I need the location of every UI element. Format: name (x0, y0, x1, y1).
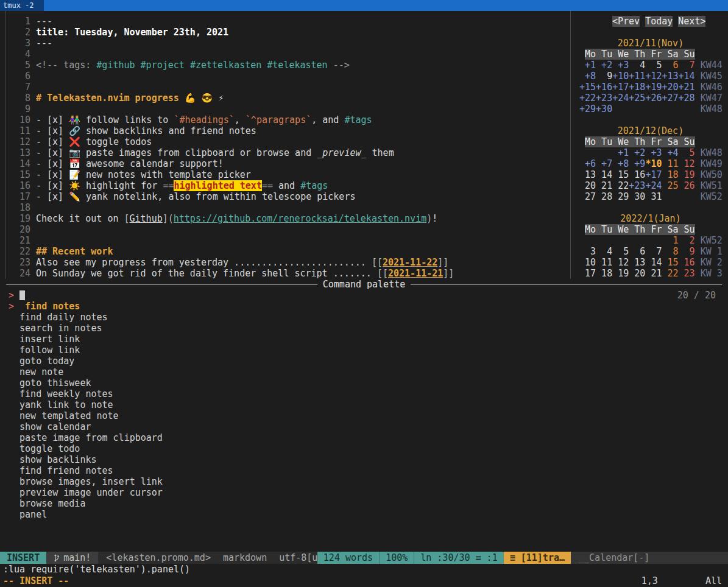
palette-prompt-input[interactable]: > 20 / 20 (0, 290, 728, 301)
palette-item[interactable]: yank link to note (0, 399, 728, 410)
calendar-day[interactable]: +23 (629, 180, 645, 191)
palette-item[interactable]: show calendar (0, 421, 728, 432)
calendar-day[interactable]: 23 (679, 268, 695, 279)
calendar-day[interactable]: 12 (612, 257, 629, 268)
calendar-day[interactable]: 31 (645, 191, 662, 202)
palette-item[interactable]: find friend notes (0, 465, 728, 476)
calendar-day[interactable]: +8 (579, 71, 596, 82)
calendar-day[interactable]: 21 (645, 268, 662, 279)
calendar-day[interactable]: 19 (612, 268, 629, 279)
calendar-day[interactable]: +19 (645, 82, 662, 93)
calendar-day[interactable]: 9 (679, 246, 695, 257)
calendar-day[interactable]: 5 (612, 246, 629, 257)
calendar-day[interactable]: 9 (596, 71, 612, 82)
calendar-day[interactable]: 12 (679, 158, 695, 169)
calendar-day[interactable]: +8 (612, 158, 629, 169)
calendar-day[interactable]: +9 (629, 158, 645, 169)
calendar-day[interactable]: +2 (596, 60, 612, 71)
calendar-day[interactable]: 30 (629, 191, 645, 202)
calendar-day[interactable]: 15 (662, 257, 678, 268)
calendar-day[interactable]: 7 (645, 246, 662, 257)
wiki-link[interactable]: 2021-11-21 (388, 268, 443, 279)
calendar-day[interactable]: +7 (596, 158, 612, 169)
palette-item[interactable]: find daily notes (0, 312, 728, 323)
calendar-day[interactable]: +6 (579, 158, 596, 169)
calendar-day[interactable]: +1 (579, 60, 596, 71)
palette-item-selected[interactable]: > find notes (0, 301, 728, 312)
calendar-day[interactable]: +20 (662, 82, 678, 93)
calendar-day[interactable]: +14 (679, 71, 695, 82)
palette-item[interactable]: new templated note (0, 410, 728, 421)
calendar-day[interactable]: +24 (645, 180, 662, 191)
calendar-day[interactable]: 8 (662, 246, 678, 257)
calendar-day[interactable]: 20 (579, 180, 596, 191)
calendar-day[interactable]: +16 (596, 82, 612, 93)
calendar-day[interactable]: +2 (629, 147, 645, 158)
palette-item[interactable]: browse images, insert link (0, 476, 728, 487)
palette-item[interactable]: search in notes (0, 323, 728, 334)
calendar-day[interactable]: +13 (662, 71, 678, 82)
wiki-link[interactable]: 2021-11-22 (383, 257, 437, 268)
palette-item[interactable]: insert link (0, 334, 728, 345)
calendar-day[interactable]: 28 (596, 191, 612, 202)
calendar-day[interactable]: +29 (579, 104, 596, 114)
palette-item[interactable]: show backlinks (0, 454, 728, 465)
calendar-today-button[interactable]: Today (645, 16, 673, 27)
calendar-day[interactable]: 2 (679, 235, 695, 246)
calendar-day[interactable]: 11 (662, 158, 678, 169)
calendar-day[interactable]: 13 (629, 257, 645, 268)
calendar-day[interactable]: 18 (596, 268, 612, 279)
palette-item[interactable]: goto thisweek (0, 378, 728, 388)
calendar-day[interactable]: 16 (629, 169, 645, 180)
calendar-day[interactable]: 11 (596, 257, 612, 268)
calendar-day[interactable]: 5 (645, 60, 662, 71)
calendar-prev-button[interactable]: <Prev (612, 16, 640, 27)
palette-item[interactable]: preview image under cursor (0, 487, 728, 498)
calendar-day[interactable]: 13 (579, 169, 596, 180)
palette-item[interactable]: follow link (0, 345, 728, 356)
calendar-day[interactable]: 19 (679, 169, 695, 180)
calendar-day[interactable]: 25 (662, 180, 678, 191)
palette-item[interactable]: goto today (0, 356, 728, 367)
calendar-day[interactable]: 21 (596, 180, 612, 191)
calendar-day[interactable]: +22 (579, 93, 596, 104)
tabline-indicator[interactable]: ≡ [11]tra… (504, 552, 571, 564)
calendar-day[interactable]: +26 (645, 93, 662, 104)
calendar-day[interactable]: 29 (612, 191, 629, 202)
calendar-day[interactable]: +12 (645, 71, 662, 82)
calendar-day[interactable]: 1 (662, 235, 678, 246)
calendar-day[interactable]: +17 (645, 169, 662, 180)
calendar-day[interactable]: +10 (612, 71, 629, 82)
calendar-day[interactable]: 27 (579, 191, 596, 202)
editor-window[interactable]: 1---2title: Tuesday, November 23th, 2021… (5, 11, 570, 279)
calendar-day[interactable]: 6 (629, 246, 645, 257)
calendar-day[interactable]: +11 (629, 71, 645, 82)
palette-item[interactable]: paste image from clipboard (0, 432, 728, 443)
palette-item[interactable]: new note (0, 367, 728, 378)
calendar-day[interactable]: +25 (629, 93, 645, 104)
calendar-day[interactable]: 17 (579, 268, 596, 279)
calendar-day[interactable]: +3 (612, 60, 629, 71)
calendar-day[interactable]: +21 (679, 82, 695, 93)
calendar-day[interactable]: 22 (612, 180, 629, 191)
calendar-day[interactable]: +1 (612, 147, 629, 158)
calendar-day[interactable]: 22 (662, 268, 678, 279)
calendar-day[interactable]: *10 (645, 158, 662, 169)
vim-command-line[interactable]: :lua require('telekasten').panel() (0, 564, 728, 575)
url-link[interactable]: https://github.com/renerocksai/telekaste… (174, 213, 426, 224)
calendar-day[interactable]: 7 (679, 60, 695, 71)
calendar-day[interactable]: 14 (596, 169, 612, 180)
calendar-day[interactable]: +28 (679, 93, 695, 104)
palette-item[interactable]: browse media (0, 498, 728, 509)
calendar-day[interactable]: 6 (662, 60, 678, 71)
calendar-day[interactable]: 5 (679, 147, 695, 158)
calendar-day[interactable]: 4 (596, 246, 612, 257)
calendar-day[interactable]: 4 (629, 60, 645, 71)
calendar-day[interactable]: +17 (612, 82, 629, 93)
calendar-day[interactable]: 18 (662, 169, 678, 180)
github-link[interactable]: Github (130, 213, 163, 224)
calendar-day[interactable]: 20 (629, 268, 645, 279)
calendar-day[interactable]: +23 (596, 93, 612, 104)
calendar-day[interactable]: 15 (612, 169, 629, 180)
palette-item[interactable]: panel (0, 509, 728, 520)
